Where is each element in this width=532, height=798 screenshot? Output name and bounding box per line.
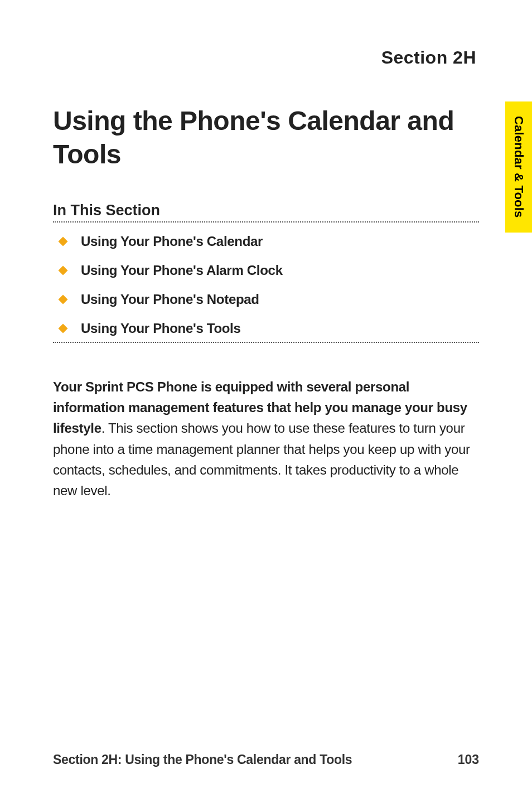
list-item: Using Your Phone's Notepad xyxy=(53,292,479,307)
bullet-list: Using Your Phone's Calendar Using Your P… xyxy=(53,234,479,336)
page-footer: Section 2H: Using the Phone's Calendar a… xyxy=(53,752,479,767)
subsection-heading: In This Section xyxy=(53,202,479,219)
section-label: Section 2H xyxy=(53,47,476,68)
footer-section-title: Section 2H: Using the Phone's Calendar a… xyxy=(53,752,352,767)
list-item: Using Your Phone's Alarm Clock xyxy=(53,263,479,278)
diamond-bullet-icon xyxy=(59,324,68,333)
diamond-bullet-icon xyxy=(59,295,68,304)
dotted-divider-top xyxy=(53,221,479,223)
paragraph-rest: . This section shows you how to use thes… xyxy=(53,420,470,498)
page-number: 103 xyxy=(458,752,479,767)
list-item: Using Your Phone's Tools xyxy=(53,321,479,336)
list-item: Using Your Phone's Calendar xyxy=(53,234,479,249)
dotted-divider-bottom xyxy=(53,342,479,343)
bullet-text: Using Your Phone's Calendar xyxy=(81,234,263,249)
page-content: Section 2H Using the Phone's Calendar an… xyxy=(0,0,532,798)
body-paragraph: Your Sprint PCS Phone is equipped with s… xyxy=(53,376,479,501)
bullet-text: Using Your Phone's Tools xyxy=(81,321,241,336)
diamond-bullet-icon xyxy=(59,266,68,275)
diamond-bullet-icon xyxy=(59,237,68,246)
bullet-text: Using Your Phone's Alarm Clock xyxy=(81,263,283,278)
bullet-text: Using Your Phone's Notepad xyxy=(81,292,259,307)
main-title: Using the Phone's Calendar and Tools xyxy=(53,104,479,171)
